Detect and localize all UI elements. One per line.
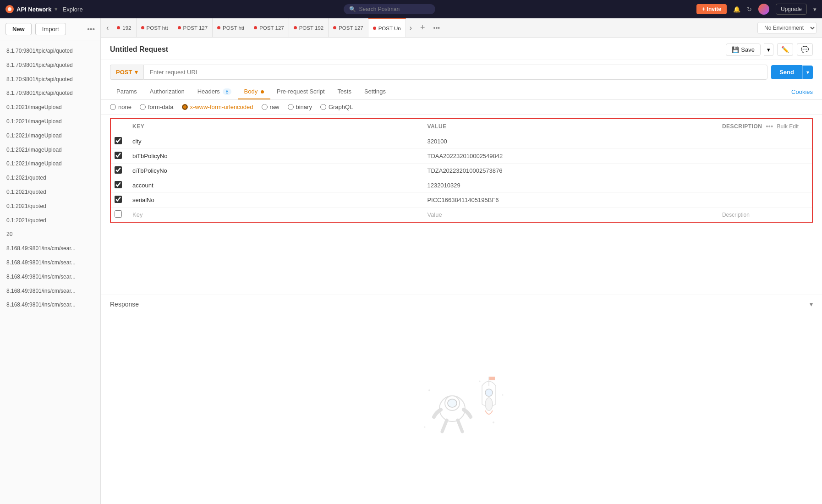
- list-item[interactable]: 8.1.70:9801/tpic/api/quoted: [0, 58, 100, 72]
- row-5-key-input[interactable]: [131, 195, 418, 205]
- environment-selector[interactable]: No Environment: [757, 22, 817, 34]
- tab-pre-request[interactable]: Pre-request Script: [270, 84, 331, 99]
- row-5-value-input[interactable]: [425, 195, 712, 205]
- row-6-key-input[interactable]: [131, 209, 418, 220]
- tab-next-button[interactable]: ›: [406, 18, 416, 37]
- row-1-checkbox[interactable]: [115, 137, 122, 144]
- row-4-checkbox[interactable]: [115, 181, 122, 188]
- save-dropdown-button[interactable]: ▾: [764, 44, 773, 56]
- list-item[interactable]: 0.1:2021/imageUpload: [0, 100, 100, 115]
- row-1-key-input[interactable]: [131, 136, 418, 147]
- list-item[interactable]: 0.1:2021/imageUpload: [0, 143, 100, 157]
- invite-button[interactable]: + Invite: [696, 4, 727, 14]
- list-item[interactable]: 8.1.70:9801/tpic/api/quoted: [0, 72, 100, 87]
- row-1-desc-cell: [717, 134, 812, 149]
- tab-body[interactable]: Body: [238, 84, 270, 99]
- row-5-value-cell: [422, 193, 716, 208]
- tab-post-127-3[interactable]: POST 127: [329, 18, 368, 37]
- list-item[interactable]: 8.1.70:9801/tpic/api/quoted: [0, 86, 100, 100]
- list-item[interactable]: 8.168.49:9801/ins/cm/sear...: [0, 284, 100, 298]
- row-2-value-input[interactable]: [425, 151, 712, 161]
- send-dropdown-button[interactable]: ▾: [802, 66, 813, 79]
- table-header: KEY VALUE DESCRIPTION ••• Bulk Edit: [110, 119, 812, 134]
- avatar[interactable]: [758, 4, 769, 15]
- row-2-key-input[interactable]: [131, 151, 418, 161]
- method-selector[interactable]: POST ▾: [110, 65, 143, 80]
- tab-headers[interactable]: Headers 8: [191, 84, 238, 99]
- row-5-checkbox[interactable]: [115, 196, 122, 203]
- list-item[interactable]: 0.1:2021/quoted: [0, 214, 100, 228]
- list-item[interactable]: 0.1:2021/quoted: [0, 185, 100, 199]
- explore-link[interactable]: Explore: [63, 6, 83, 13]
- radio-x-www-form-urlencoded-input[interactable]: [182, 104, 188, 110]
- tab-authorization[interactable]: Authorization: [143, 84, 191, 99]
- row-checkbox-cell: [110, 149, 127, 164]
- list-item[interactable]: 8.168.49:9801/ins/cm/sear...: [0, 256, 100, 270]
- tab-post-htt-1[interactable]: POST htt: [137, 18, 173, 37]
- tab-post-127-1[interactable]: POST 127: [173, 18, 213, 37]
- radio-form-data-input[interactable]: [140, 104, 146, 110]
- radio-raw-input[interactable]: [262, 104, 268, 110]
- radio-graphql-input[interactable]: [320, 104, 326, 110]
- list-item[interactable]: 0.1:2021/quoted: [0, 171, 100, 185]
- import-button[interactable]: Import: [35, 23, 66, 35]
- table-row: Description: [110, 208, 812, 223]
- response-chevron-icon[interactable]: ▾: [810, 301, 813, 308]
- notifications-icon[interactable]: 🔔: [733, 6, 740, 13]
- tab-post-127-2[interactable]: POST 127: [249, 18, 289, 37]
- search-bar[interactable]: 🔍 Search Postman: [344, 4, 435, 14]
- upgrade-button[interactable]: Upgrade: [776, 4, 807, 15]
- list-item[interactable]: 8.168.49:9801/ins/cm/sear...: [0, 298, 100, 312]
- tab-settings[interactable]: Settings: [358, 84, 392, 99]
- svg-point-11: [502, 394, 504, 395]
- table-more-icon[interactable]: •••: [766, 123, 773, 130]
- radio-none-input[interactable]: [110, 104, 116, 110]
- list-item[interactable]: 0.1:2021/imageUpload: [0, 157, 100, 171]
- row-3-key-input[interactable]: [131, 165, 418, 176]
- radio-graphql[interactable]: GraphQL: [320, 104, 353, 110]
- row-3-checkbox[interactable]: [115, 166, 122, 174]
- tab-192[interactable]: 192: [112, 18, 136, 37]
- list-item[interactable]: 8.1.70:9801/tpic/api/quoted: [0, 44, 100, 58]
- radio-raw[interactable]: raw: [262, 104, 279, 110]
- list-item[interactable]: 8.168.49:9801/ins/cm/sear...: [0, 241, 100, 256]
- radio-none[interactable]: none: [110, 104, 132, 110]
- row-1-value-input[interactable]: [425, 136, 712, 147]
- new-button[interactable]: New: [5, 23, 32, 35]
- tab-post-192[interactable]: POST 192: [289, 18, 329, 37]
- list-item[interactable]: 0.1:2021/imageUpload: [0, 115, 100, 129]
- list-item[interactable]: 20: [0, 227, 100, 241]
- radio-binary-input[interactable]: [288, 104, 294, 110]
- tab-prev-button[interactable]: ‹: [103, 18, 112, 37]
- comment-icon-button[interactable]: 💬: [797, 43, 813, 56]
- send-button[interactable]: Send: [771, 65, 802, 79]
- row-6-value-input[interactable]: [425, 209, 712, 220]
- list-item[interactable]: 0.1:2021/imageUpload: [0, 129, 100, 143]
- refresh-icon[interactable]: ↻: [747, 6, 752, 13]
- key-col-header: KEY: [127, 119, 422, 134]
- url-input[interactable]: [143, 65, 767, 80]
- row-4-key-input[interactable]: [131, 180, 418, 191]
- radio-form-data[interactable]: form-data: [140, 104, 174, 110]
- row-3-desc-cell: [717, 164, 812, 178]
- tab-add-button[interactable]: +: [416, 23, 430, 33]
- radio-binary[interactable]: binary: [288, 104, 312, 110]
- tab-params[interactable]: Params: [110, 84, 143, 99]
- save-button[interactable]: 💾 Save: [726, 44, 761, 56]
- tab-more-button[interactable]: •••: [430, 24, 444, 32]
- edit-icon-button[interactable]: ✏️: [777, 43, 793, 56]
- radio-x-www-form-urlencoded[interactable]: x-www-form-urlencoded: [182, 104, 253, 110]
- tab-tests[interactable]: Tests: [331, 84, 358, 99]
- row-6-checkbox[interactable]: [115, 210, 122, 218]
- row-4-value-input[interactable]: [425, 180, 712, 191]
- row-3-value-input[interactable]: [425, 165, 712, 176]
- bulk-edit-button[interactable]: Bulk Edit: [777, 123, 799, 130]
- row-2-checkbox[interactable]: [115, 152, 122, 159]
- tab-status-dot: [333, 26, 336, 29]
- sidebar-more-icon[interactable]: •••: [87, 25, 95, 33]
- list-item[interactable]: 0.1:2021/quoted: [0, 199, 100, 214]
- list-item[interactable]: 8.168.49:9801/ins/cm/sear...: [0, 270, 100, 284]
- tab-post-un[interactable]: POST Un: [368, 18, 406, 37]
- cookies-link[interactable]: Cookies: [791, 85, 813, 99]
- tab-post-htt-2[interactable]: POST htt: [213, 18, 249, 37]
